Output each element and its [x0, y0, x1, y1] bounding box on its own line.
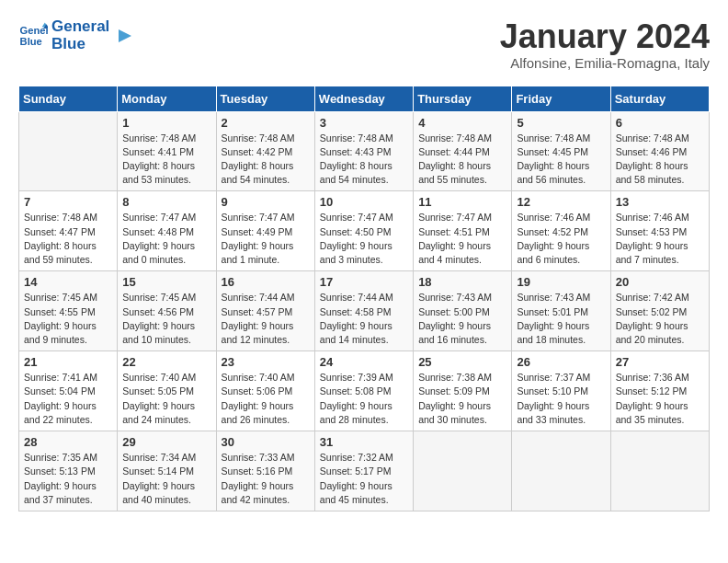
- calendar-cell: 21Sunrise: 7:41 AM Sunset: 5:04 PM Dayli…: [19, 351, 118, 431]
- calendar-cell: 3Sunrise: 7:48 AM Sunset: 4:43 PM Daylig…: [314, 111, 413, 191]
- logo-line1: General: [51, 18, 109, 36]
- day-number: 26: [517, 355, 605, 369]
- day-number: 11: [418, 195, 506, 209]
- day-info: Sunrise: 7:48 AM Sunset: 4:45 PM Dayligh…: [517, 132, 605, 188]
- day-number: 21: [24, 355, 112, 369]
- day-info: Sunrise: 7:47 AM Sunset: 4:51 PM Dayligh…: [418, 211, 506, 267]
- calendar-cell: 1Sunrise: 7:48 AM Sunset: 4:41 PM Daylig…: [118, 111, 216, 191]
- day-info: Sunrise: 7:37 AM Sunset: 5:10 PM Dayligh…: [517, 371, 605, 427]
- day-info: Sunrise: 7:46 AM Sunset: 4:52 PM Dayligh…: [517, 211, 605, 267]
- day-number: 12: [517, 195, 605, 209]
- day-info: Sunrise: 7:47 AM Sunset: 4:48 PM Dayligh…: [122, 211, 210, 267]
- day-number: 9: [222, 195, 310, 209]
- day-info: Sunrise: 7:48 AM Sunset: 4:43 PM Dayligh…: [320, 132, 408, 188]
- month-title: January 2024: [500, 18, 710, 55]
- calendar-cell: 29Sunrise: 7:34 AM Sunset: 5:14 PM Dayli…: [118, 431, 216, 511]
- calendar-cell: 23Sunrise: 7:40 AM Sunset: 5:06 PM Dayli…: [216, 351, 314, 431]
- day-number: 30: [222, 435, 310, 449]
- calendar-table: SundayMondayTuesdayWednesdayThursdayFrid…: [18, 86, 710, 511]
- day-info: Sunrise: 7:40 AM Sunset: 5:05 PM Dayligh…: [122, 371, 210, 427]
- day-info: Sunrise: 7:48 AM Sunset: 4:42 PM Dayligh…: [222, 132, 310, 188]
- day-info: Sunrise: 7:45 AM Sunset: 4:55 PM Dayligh…: [24, 291, 112, 347]
- day-info: Sunrise: 7:42 AM Sunset: 5:02 PM Dayligh…: [616, 291, 704, 347]
- calendar-cell: 11Sunrise: 7:47 AM Sunset: 4:51 PM Dayli…: [414, 191, 512, 271]
- day-number: 17: [320, 275, 408, 289]
- day-info: Sunrise: 7:34 AM Sunset: 5:14 PM Dayligh…: [122, 451, 210, 507]
- day-info: Sunrise: 7:33 AM Sunset: 5:16 PM Dayligh…: [222, 451, 310, 507]
- calendar-cell: 19Sunrise: 7:43 AM Sunset: 5:01 PM Dayli…: [512, 271, 610, 351]
- day-number: 15: [122, 275, 210, 289]
- day-info: Sunrise: 7:43 AM Sunset: 5:01 PM Dayligh…: [517, 291, 605, 347]
- weekday-header: Sunday: [19, 86, 118, 111]
- calendar-cell: 9Sunrise: 7:47 AM Sunset: 4:49 PM Daylig…: [216, 191, 314, 271]
- day-info: Sunrise: 7:47 AM Sunset: 4:50 PM Dayligh…: [320, 211, 408, 267]
- day-info: Sunrise: 7:48 AM Sunset: 4:41 PM Dayligh…: [122, 132, 210, 188]
- header-row: SundayMondayTuesdayWednesdayThursdayFrid…: [19, 86, 710, 111]
- calendar-cell: 4Sunrise: 7:48 AM Sunset: 4:44 PM Daylig…: [414, 111, 512, 191]
- day-info: Sunrise: 7:40 AM Sunset: 5:06 PM Dayligh…: [222, 371, 310, 427]
- day-number: 10: [320, 195, 408, 209]
- calendar-week-row: 1Sunrise: 7:48 AM Sunset: 4:41 PM Daylig…: [19, 111, 710, 191]
- day-number: 24: [320, 355, 408, 369]
- day-number: 14: [24, 275, 112, 289]
- calendar-body: 1Sunrise: 7:48 AM Sunset: 4:41 PM Daylig…: [19, 111, 710, 511]
- calendar-cell: [512, 431, 610, 511]
- calendar-cell: 14Sunrise: 7:45 AM Sunset: 4:55 PM Dayli…: [19, 271, 118, 351]
- day-number: 8: [122, 195, 210, 209]
- day-info: Sunrise: 7:44 AM Sunset: 4:57 PM Dayligh…: [222, 291, 310, 347]
- day-number: 20: [616, 275, 704, 289]
- day-info: Sunrise: 7:43 AM Sunset: 5:00 PM Dayligh…: [418, 291, 506, 347]
- calendar-cell: 18Sunrise: 7:43 AM Sunset: 5:00 PM Dayli…: [414, 271, 512, 351]
- day-number: 16: [222, 275, 310, 289]
- calendar-week-row: 21Sunrise: 7:41 AM Sunset: 5:04 PM Dayli…: [19, 351, 710, 431]
- calendar-cell: 12Sunrise: 7:46 AM Sunset: 4:52 PM Dayli…: [512, 191, 610, 271]
- calendar-header: SundayMondayTuesdayWednesdayThursdayFrid…: [19, 86, 710, 111]
- day-info: Sunrise: 7:47 AM Sunset: 4:49 PM Dayligh…: [222, 211, 310, 267]
- calendar-cell: 25Sunrise: 7:38 AM Sunset: 5:09 PM Dayli…: [414, 351, 512, 431]
- calendar-cell: 13Sunrise: 7:46 AM Sunset: 4:53 PM Dayli…: [610, 191, 709, 271]
- calendar-cell: 27Sunrise: 7:36 AM Sunset: 5:12 PM Dayli…: [610, 351, 709, 431]
- calendar-cell: 10Sunrise: 7:47 AM Sunset: 4:50 PM Dayli…: [314, 191, 413, 271]
- day-number: 2: [222, 116, 310, 130]
- logo-line2: Blue: [51, 36, 109, 53]
- day-number: 3: [320, 116, 408, 130]
- weekday-header: Monday: [118, 86, 216, 111]
- weekday-header: Wednesday: [314, 86, 413, 111]
- day-info: Sunrise: 7:48 AM Sunset: 4:46 PM Dayligh…: [616, 132, 704, 188]
- calendar-cell: 24Sunrise: 7:39 AM Sunset: 5:08 PM Dayli…: [314, 351, 413, 431]
- day-info: Sunrise: 7:41 AM Sunset: 5:04 PM Dayligh…: [24, 371, 112, 427]
- calendar-cell: [610, 431, 709, 511]
- day-number: 25: [418, 355, 506, 369]
- day-number: 22: [122, 355, 210, 369]
- calendar-cell: 5Sunrise: 7:48 AM Sunset: 4:45 PM Daylig…: [512, 111, 610, 191]
- day-number: 13: [616, 195, 704, 209]
- calendar-cell: 6Sunrise: 7:48 AM Sunset: 4:46 PM Daylig…: [610, 111, 709, 191]
- calendar-week-row: 7Sunrise: 7:48 AM Sunset: 4:47 PM Daylig…: [19, 191, 710, 271]
- page-header: General Blue General Blue January 2024 A…: [18, 18, 710, 71]
- calendar-week-row: 14Sunrise: 7:45 AM Sunset: 4:55 PM Dayli…: [19, 271, 710, 351]
- day-info: Sunrise: 7:48 AM Sunset: 4:47 PM Dayligh…: [24, 211, 112, 267]
- day-number: 18: [418, 275, 506, 289]
- day-info: Sunrise: 7:48 AM Sunset: 4:44 PM Dayligh…: [418, 132, 506, 188]
- day-info: Sunrise: 7:45 AM Sunset: 4:56 PM Dayligh…: [122, 291, 210, 347]
- day-info: Sunrise: 7:46 AM Sunset: 4:53 PM Dayligh…: [616, 211, 704, 267]
- day-number: 4: [418, 116, 506, 130]
- day-number: 1: [122, 116, 210, 130]
- calendar-cell: 7Sunrise: 7:48 AM Sunset: 4:47 PM Daylig…: [19, 191, 118, 271]
- logo-arrow-icon: [113, 26, 133, 46]
- day-info: Sunrise: 7:44 AM Sunset: 4:58 PM Dayligh…: [320, 291, 408, 347]
- calendar-cell: 8Sunrise: 7:47 AM Sunset: 4:48 PM Daylig…: [118, 191, 216, 271]
- calendar-cell: 16Sunrise: 7:44 AM Sunset: 4:57 PM Dayli…: [216, 271, 314, 351]
- calendar-cell: 20Sunrise: 7:42 AM Sunset: 5:02 PM Dayli…: [610, 271, 709, 351]
- weekday-header: Saturday: [610, 86, 709, 111]
- svg-marker-4: [119, 29, 131, 42]
- calendar-week-row: 28Sunrise: 7:35 AM Sunset: 5:13 PM Dayli…: [19, 431, 710, 511]
- logo-icon: General Blue: [18, 21, 48, 51]
- day-info: Sunrise: 7:39 AM Sunset: 5:08 PM Dayligh…: [320, 371, 408, 427]
- day-info: Sunrise: 7:38 AM Sunset: 5:09 PM Dayligh…: [418, 371, 506, 427]
- calendar-cell: [19, 111, 118, 191]
- day-number: 29: [122, 435, 210, 449]
- title-section: January 2024 Alfonsine, Emilia-Romagna, …: [500, 18, 710, 71]
- calendar-cell: 28Sunrise: 7:35 AM Sunset: 5:13 PM Dayli…: [19, 431, 118, 511]
- day-number: 6: [616, 116, 704, 130]
